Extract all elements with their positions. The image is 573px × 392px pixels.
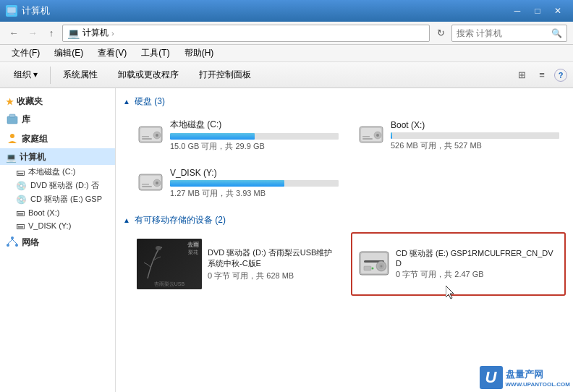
drive-c-name: 本地磁盘 (C:) (170, 119, 339, 131)
dvd-drive-d[interactable]: 去雨 梨花 杏雨梨云USB DVD 驱动器 (D:) 否雨梨云USB维护系统中秋… (130, 232, 345, 296)
address-box[interactable]: 💻 计算机 › (62, 25, 430, 42)
dvd-d-info: DVD 驱动器 (D:) 否雨梨云USB维护系统中秋-C版E 0 字节 可用，共… (208, 247, 339, 281)
cd-icon-e: 💿 (16, 195, 27, 205)
drive-y[interactable]: V_DISK (Y:) 1.27 MB 可用，共 3.93 MB (130, 163, 345, 204)
refresh-button[interactable]: ↻ (433, 25, 449, 41)
drive-x-name: Boot (X:) (391, 120, 559, 130)
drive-y-size: 1.27 MB 可用，共 3.93 MB (170, 188, 339, 199)
sidebar-library[interactable]: 库 (0, 109, 115, 129)
sidebar-x-label: Boot (X:) (28, 208, 59, 217)
computer-label: 计算机 (20, 151, 46, 163)
computer-icon: 💻 (6, 153, 17, 163)
hdd-icon-y (137, 169, 164, 198)
search-input[interactable] (457, 28, 548, 38)
view-change-button[interactable]: ⊞ (514, 67, 530, 83)
main-layout: ★ 收藏夹 库 家庭组 💻 计算 (0, 88, 573, 392)
removable-header[interactable]: 有可移动存储的设备 (2) (123, 214, 566, 226)
up-button[interactable]: ↑ (43, 25, 59, 41)
titlebar-left: 计算机 (6, 4, 50, 17)
drive-c-progress-fill (170, 133, 255, 140)
library-icon (6, 112, 19, 127)
app-icon (6, 5, 17, 17)
menu-edit[interactable]: 编辑(E) (48, 46, 89, 61)
drive-x[interactable]: Boot (X:) 526 MB 可用，共 527 MB (351, 114, 566, 157)
drive-y-info: V_DISK (Y:) 1.27 MB 可用，共 3.93 MB (170, 168, 339, 199)
removable-grid: 去雨 梨花 杏雨梨云USB DVD 驱动器 (D:) 否雨梨云USB维护系统中秋… (123, 232, 566, 296)
sidebar-item-y[interactable]: 🖴 V_DISK (Y:) (6, 219, 115, 232)
menubar: 文件(F) 编辑(E) 查看(V) 工具(T) 帮助(H) (0, 45, 573, 62)
svg-rect-22 (362, 136, 370, 137)
svg-rect-2 (8, 14, 15, 15)
toolbar-separator-1 (50, 67, 51, 84)
sidebar-item-c[interactable]: 🖴 本地磁盘 (C:) (6, 165, 115, 179)
hard-drives-header[interactable]: 硬盘 (3) (123, 95, 566, 108)
drive-c-size: 15.0 GB 可用，共 29.9 GB (170, 141, 339, 152)
sidebar-item-d[interactable]: 💿 DVD 驱动器 (D:) 否 (6, 179, 115, 192)
sidebar-item-x[interactable]: 🖴 Boot (X:) (6, 206, 115, 219)
hdd-icon-x: 🖴 (16, 208, 25, 218)
drive-c-progress-bg (170, 133, 339, 140)
hdd-icon-c: 🖴 (16, 167, 25, 177)
svg-point-29 (156, 246, 161, 250)
dvd-d-size: 0 字节 可用，共 628 MB (208, 270, 339, 281)
organize-button[interactable]: 组织 ▾ (6, 65, 46, 85)
drive-x-progress-bg (391, 132, 559, 139)
drive-c[interactable]: 本地磁盘 (C:) 15.0 GB 可用，共 29.9 GB (130, 114, 345, 157)
search-box[interactable]: 🔍 (451, 25, 567, 42)
svg-point-7 (7, 244, 9, 247)
back-button[interactable]: ← (6, 25, 22, 41)
view-list-button[interactable]: ≡ (534, 67, 550, 83)
menu-tools[interactable]: 工具(T) (135, 46, 175, 61)
drive-x-progress-fill (391, 132, 392, 139)
sidebar-d-label: DVD 驱动器 (D:) 否 (30, 180, 99, 191)
sidebar-item-e[interactable]: 💿 CD 驱动器 (E:) GSP (6, 192, 115, 206)
svg-point-26 (156, 182, 158, 184)
svg-rect-16 (142, 136, 149, 137)
svg-point-37 (372, 267, 374, 269)
cd-e-info: CD 驱动器 (E:) GSP1RMCULFRER_CN_DVD 0 字节 可用… (396, 248, 559, 280)
svg-point-8 (15, 244, 18, 247)
address-separator: › (111, 29, 114, 38)
system-properties-button[interactable]: 系统属性 (55, 65, 106, 85)
sidebar-favorites[interactable]: ★ 收藏夹 (0, 93, 115, 109)
dvd-artwork: 去雨 梨花 杏雨梨云USB (137, 239, 202, 289)
forward-button[interactable]: → (25, 25, 41, 41)
help-button[interactable]: ? (554, 69, 567, 82)
sidebar-homegroup[interactable]: 家庭组 (0, 129, 115, 148)
svg-rect-15 (142, 138, 152, 140)
svg-point-20 (376, 134, 379, 137)
menu-help[interactable]: 帮助(H) (179, 46, 220, 61)
menu-file[interactable]: 文件(F) (6, 46, 46, 61)
control-panel-button[interactable]: 打开控制面板 (191, 65, 259, 85)
svg-rect-36 (364, 266, 371, 270)
drive-y-progress-fill (170, 180, 284, 187)
minimize-button[interactable]: ─ (508, 4, 527, 18)
svg-line-10 (12, 239, 17, 244)
hard-drives-label: 硬盘 (3) (135, 95, 165, 108)
svg-line-9 (8, 239, 12, 244)
svg-point-14 (156, 134, 158, 137)
window-title: 计算机 (22, 4, 50, 17)
hdd-icon (137, 121, 164, 150)
svg-rect-27 (142, 186, 152, 187)
sidebar-computer-children: 🖴 本地磁盘 (C:) 💿 DVD 驱动器 (D:) 否 💿 CD 驱动器 (E… (0, 165, 115, 232)
hdd-icon-y: 🖴 (16, 221, 25, 231)
dvd-icon-d: 💿 (16, 181, 27, 191)
svg-rect-28 (142, 184, 149, 185)
cd-e-name: CD 驱动器 (E:) GSP1RMCULFRER_CN_DVD (396, 248, 559, 268)
titlebar-controls: ─ □ ✕ (508, 4, 567, 18)
menu-view[interactable]: 查看(V) (92, 46, 132, 61)
sidebar-network[interactable]: 网络 (0, 232, 115, 252)
content-area: 硬盘 (3) 本地磁盘 (C:) (116, 88, 573, 392)
sidebar-computer[interactable]: 💻 计算机 (0, 148, 115, 165)
star-icon: ★ (6, 97, 14, 107)
cd-drive-e[interactable]: CD 驱动器 (E:) GSP1RMCULFRER_CN_DVD 0 字节 可用… (351, 232, 566, 296)
network-icon (6, 235, 19, 250)
svg-point-35 (381, 265, 383, 267)
library-label: 库 (22, 114, 30, 126)
titlebar: 计算机 ─ □ ✕ (0, 0, 573, 22)
maximize-button[interactable]: □ (528, 4, 547, 18)
addressbar: ← → ↑ 💻 计算机 › ↻ 🔍 (0, 22, 573, 45)
close-button[interactable]: ✕ (548, 4, 567, 18)
uninstall-button[interactable]: 卸载或更改程序 (110, 65, 187, 85)
